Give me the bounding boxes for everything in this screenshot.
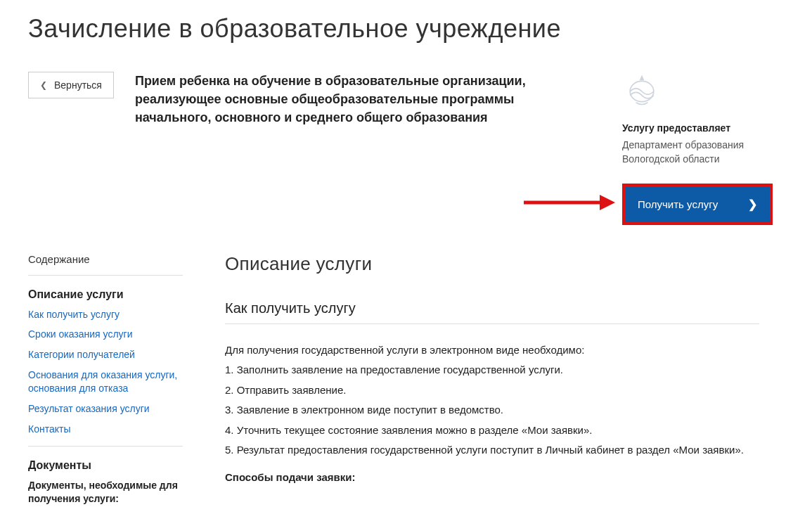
description-title: Описание услуги: [225, 253, 759, 275]
service-subtitle: Прием ребенка на обучение в образователь…: [135, 72, 571, 127]
svg-marker-2: [600, 195, 615, 210]
provider-name: Департамент образования Вологодской обла…: [622, 138, 784, 167]
sidebar-link-result[interactable]: Результат оказания услуги: [28, 402, 183, 416]
sidebar-link-categories[interactable]: Категории получателей: [28, 348, 183, 361]
sidebar-documents-heading: Документы: [28, 459, 183, 472]
step-4: 4. Уточнить текущее состояние заявления …: [225, 423, 759, 439]
sidebar-link-terms[interactable]: Сроки оказания услуги: [28, 328, 183, 341]
divider: [28, 446, 183, 447]
provider-label: Услугу предоставляет: [622, 122, 784, 134]
intro-text: Для получения государственной услуги в э…: [225, 342, 759, 359]
emblem-icon: [622, 72, 662, 111]
sidebar-link-grounds[interactable]: Основания для оказания услуги, основания…: [28, 368, 183, 395]
sidebar-description-heading: Описание услуги: [28, 288, 183, 301]
how-to-title: Как получить услугу: [225, 300, 759, 316]
back-button-label: Вернуться: [54, 79, 102, 91]
step-1: 1. Заполнить заявление на предоставление…: [225, 362, 759, 378]
get-service-label: Получить услугу: [638, 198, 718, 210]
step-2: 2. Отправить заявление.: [225, 383, 759, 399]
chevron-right-icon: ❯: [748, 198, 757, 211]
page-title: Зачисление в образовательное учреждение: [28, 14, 784, 44]
step-5: 5. Результат предоставления государствен…: [225, 442, 759, 458]
step-3: 3. Заявление в электронном виде поступит…: [225, 402, 759, 418]
submit-methods-label: Способы подачи заявки:: [225, 471, 759, 483]
divider: [28, 275, 183, 276]
get-service-button[interactable]: Получить услугу ❯: [622, 184, 773, 225]
sidebar-link-contacts[interactable]: Контакты: [28, 423, 183, 436]
sidebar-link-how[interactable]: Как получить услугу: [28, 308, 183, 321]
sidebar-documents-sub: Документы, необходимые для получения усл…: [28, 479, 183, 506]
arrow-annotation-icon: [524, 192, 615, 216]
sidebar-contents-heading: Содержание: [28, 253, 183, 265]
back-button[interactable]: ❮ Вернуться: [28, 72, 114, 98]
chevron-left-icon: ❮: [40, 80, 47, 90]
divider: [225, 323, 759, 324]
